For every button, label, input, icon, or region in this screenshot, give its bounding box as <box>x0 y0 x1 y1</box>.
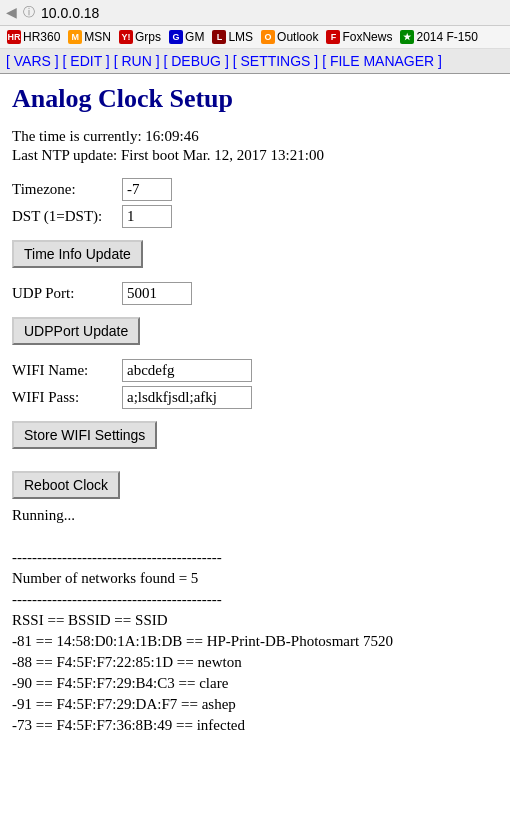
info-icon: ⓘ <box>23 4 35 21</box>
bookmarks-bar: HR HR360 M MSN Y! Grps G GM L LMS O Outl… <box>0 26 510 49</box>
foxnews-icon: F <box>326 30 340 44</box>
wifi-name-input[interactable] <box>122 359 252 382</box>
bookmark-lms[interactable]: L LMS <box>209 29 256 45</box>
udp-port-label: UDP Port: <box>12 285 122 302</box>
settings-link[interactable]: [ SETTINGS ] <box>233 53 319 69</box>
wifi-pass-row: WIFI Pass: <box>12 386 498 409</box>
udp-section: UDP Port: <box>12 282 498 305</box>
grps-icon: Y! <box>119 30 133 44</box>
bookmark-f150[interactable]: ★ 2014 F-150 <box>397 29 480 45</box>
f150-icon: ★ <box>400 30 414 44</box>
file-manager-link[interactable]: [ FILE MANAGER ] <box>322 53 442 69</box>
address-text[interactable]: 10.0.0.18 <box>41 5 99 21</box>
bookmark-grps[interactable]: Y! Grps <box>116 29 164 45</box>
bookmark-msn[interactable]: M MSN <box>65 29 114 45</box>
wifi-pass-label: WIFI Pass: <box>12 389 122 406</box>
bookmark-gm[interactable]: G GM <box>166 29 207 45</box>
msn-icon: M <box>68 30 82 44</box>
udp-port-row: UDP Port: <box>12 282 498 305</box>
current-time-text: The time is currently: 16:09:46 <box>12 128 498 145</box>
bookmark-hr360[interactable]: HR HR360 <box>4 29 63 45</box>
time-info-update-button[interactable]: Time Info Update <box>12 240 143 268</box>
timezone-input[interactable] <box>122 178 172 201</box>
wifi-name-row: WIFI Name: <box>12 359 498 382</box>
ntp-text: Last NTP update: First boot Mar. 12, 201… <box>12 147 498 164</box>
udp-port-update-button[interactable]: UDPPort Update <box>12 317 140 345</box>
hr360-icon: HR <box>7 30 21 44</box>
page-content: Analog Clock Setup The time is currently… <box>0 74 510 746</box>
bookmark-foxnews[interactable]: F FoxNews <box>323 29 395 45</box>
bookmark-outlook[interactable]: O Outlook <box>258 29 321 45</box>
address-bar: ◀ ⓘ 10.0.0.18 <box>0 0 510 26</box>
lms-icon: L <box>212 30 226 44</box>
run-link[interactable]: [ RUN ] <box>114 53 160 69</box>
time-update-row: Time Info Update <box>12 232 498 268</box>
nav-bar: [ VARS ] [ EDIT ] [ RUN ] [ DEBUG ] [ SE… <box>0 49 510 74</box>
store-wifi-row: Store WIFI Settings <box>12 413 498 449</box>
page-title: Analog Clock Setup <box>12 84 498 114</box>
outlook-icon: O <box>261 30 275 44</box>
timezone-label: Timezone: <box>12 181 122 198</box>
wifi-name-label: WIFI Name: <box>12 362 122 379</box>
dst-row: DST (1=DST): <box>12 205 498 228</box>
reboot-clock-button[interactable]: Reboot Clock <box>12 471 120 499</box>
udp-port-input[interactable] <box>122 282 192 305</box>
wifi-pass-input[interactable] <box>122 386 252 409</box>
dst-input[interactable] <box>122 205 172 228</box>
store-wifi-button[interactable]: Store WIFI Settings <box>12 421 157 449</box>
debug-link[interactable]: [ DEBUG ] <box>163 53 228 69</box>
timezone-section: Timezone: DST (1=DST): <box>12 178 498 228</box>
reboot-row: Reboot Clock <box>12 463 498 499</box>
vars-link[interactable]: [ VARS ] <box>6 53 59 69</box>
back-button[interactable]: ◀ <box>6 4 17 21</box>
timezone-row: Timezone: <box>12 178 498 201</box>
udp-update-row: UDPPort Update <box>12 309 498 345</box>
edit-link[interactable]: [ EDIT ] <box>63 53 110 69</box>
output-text: Running... -----------------------------… <box>12 505 498 736</box>
gm-icon: G <box>169 30 183 44</box>
dst-label: DST (1=DST): <box>12 208 122 225</box>
wifi-section: WIFI Name: WIFI Pass: <box>12 359 498 409</box>
